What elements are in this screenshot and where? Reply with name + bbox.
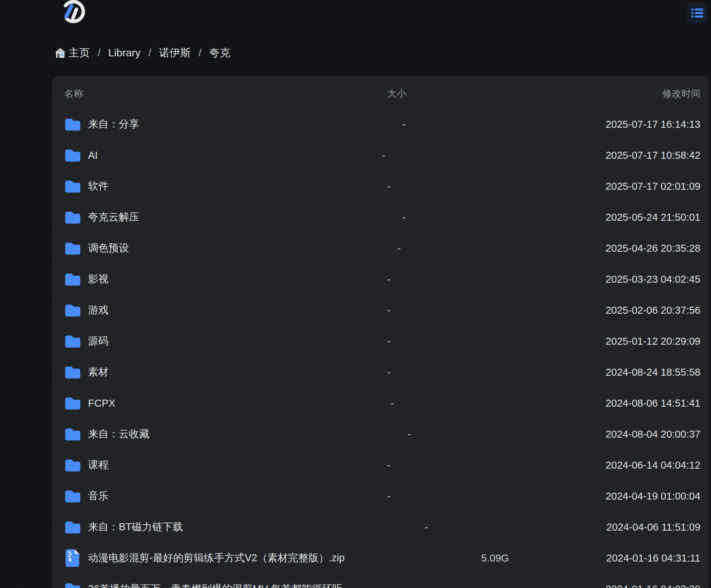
column-header-name[interactable]: 名称: [64, 87, 339, 100]
folder-icon: [64, 303, 80, 317]
breadcrumb: 主页 / Library / 诺伊斯 / 夸克: [55, 44, 230, 61]
file-name: 36首播放量百万，青春燃到爆的混剪MV 每首都能循环听: [88, 582, 342, 588]
column-header-size[interactable]: 大小: [339, 87, 406, 100]
file-size: -: [323, 336, 390, 347]
table-row[interactable]: 游戏 - 2025-02-06 20:37:56: [64, 295, 700, 326]
file-size: -: [344, 429, 411, 440]
table-row[interactable]: 来自：分享 - 2025-07-17 16:14:13: [64, 109, 700, 140]
file-size: -: [339, 212, 406, 223]
table-row[interactable]: 音乐 - 2024-04-19 01:00:04: [64, 481, 700, 512]
logo-mark-icon: [60, 0, 87, 25]
list-view-icon: [691, 8, 703, 18]
file-modified-time: 2024-04-06 11:51:09: [428, 521, 700, 533]
folder-icon: [64, 117, 80, 131]
file-name: 源码: [88, 334, 109, 348]
file-modified-time: 2025-05-24 21:50:01: [406, 212, 700, 223]
file-modified-time: 2024-06-14 04:04:12: [390, 459, 700, 471]
file-name: 游戏: [88, 303, 109, 317]
folder-icon: [64, 179, 80, 193]
file-size: -: [318, 150, 385, 161]
file-modified-time: 2024-01-16 04:31:11: [509, 552, 700, 564]
folder-icon: [64, 334, 80, 348]
file-modified-time: 2024-01-16 04:03:30: [507, 583, 700, 588]
breadcrumb-item-current: 夸克: [209, 46, 230, 60]
table-row[interactable]: AI - 2025-07-17 10:58:42: [64, 140, 700, 171]
breadcrumb-label: 夸克: [209, 46, 230, 60]
table-row[interactable]: 夸克云解压 - 2025-05-24 21:50:01: [64, 202, 700, 233]
table-row[interactable]: 36首播放量百万，青春燃到爆的混剪MV 每首都能循环听 - 2024-01-16…: [64, 574, 700, 588]
file-modified-time: 2024-08-06 14:51:41: [394, 398, 700, 409]
file-name: AI: [88, 150, 98, 161]
folder-icon: [64, 427, 80, 441]
file-name: 来自：云收藏: [88, 427, 149, 441]
file-name: 课程: [88, 458, 109, 472]
table-header: 名称 大小 修改时间: [64, 83, 700, 105]
table-row[interactable]: 调色预设 - 2025-04-26 20:35:28: [64, 233, 700, 264]
folder-icon: [64, 582, 80, 588]
folder-icon: [64, 396, 80, 410]
breadcrumb-item-library[interactable]: Library: [108, 47, 141, 59]
folder-icon: [64, 210, 80, 224]
file-modified-time: 2025-07-17 16:14:13: [406, 119, 700, 130]
file-modified-time: 2025-03-23 04:02:45: [390, 274, 700, 285]
file-table-panel: 名称 大小 修改时间 来自：分享 - 2025-: [52, 76, 709, 588]
column-header-modified[interactable]: 修改时间: [406, 87, 700, 100]
table-row[interactable]: 源码 - 2025-01-12 20:29:09: [64, 326, 700, 357]
file-name: FCPX: [88, 398, 115, 409]
file-size: 5.09G: [442, 552, 509, 564]
file-modified-time: 2025-07-17 02:01:09: [390, 181, 700, 192]
file-name: 软件: [88, 179, 109, 193]
file-size: -: [334, 243, 401, 254]
file-size: -: [323, 490, 390, 502]
file-name: 来自：分享: [88, 117, 139, 131]
file-size: -: [440, 583, 507, 588]
file-size: -: [323, 305, 390, 316]
file-modified-time: 2024-08-04 20:00:37: [411, 429, 700, 440]
folder-icon: [64, 365, 80, 379]
table-row[interactable]: 影视 - 2025-03-23 04:02:45: [64, 264, 700, 295]
file-modified-time: 2024-08-24 18:55:58: [390, 367, 700, 378]
file-modified-time: 2025-01-12 20:29:09: [390, 336, 700, 347]
table-row[interactable]: 课程 - 2024-06-14 04:04:12: [64, 450, 700, 481]
folder-icon: [64, 241, 80, 255]
file-list: 来自：分享 - 2025-07-17 16:14:13 AI: [64, 109, 700, 588]
zip-file-icon: [65, 549, 80, 567]
breadcrumb-separator: /: [98, 47, 100, 59]
breadcrumb-item-noyes[interactable]: 诺伊斯: [159, 46, 191, 60]
file-size: -: [323, 181, 390, 192]
file-modified-time: 2025-04-26 20:35:28: [401, 243, 700, 254]
folder-icon: [64, 458, 80, 472]
home-icon: [55, 47, 66, 58]
file-size: -: [361, 521, 428, 533]
folder-icon: [64, 148, 80, 162]
breadcrumb-label: 主页: [69, 46, 90, 60]
list-view-button[interactable]: [687, 3, 707, 23]
breadcrumb-item-home[interactable]: 主页: [55, 46, 90, 60]
file-modified-time: 2025-02-06 20:37:56: [390, 305, 700, 316]
file-modified-time: 2024-04-19 01:00:04: [390, 490, 700, 502]
breadcrumb-label: Library: [108, 47, 141, 59]
breadcrumb-label: 诺伊斯: [159, 46, 191, 60]
file-size: -: [323, 367, 390, 378]
file-size: -: [323, 274, 390, 285]
file-size: -: [327, 398, 394, 409]
folder-icon: [64, 489, 80, 503]
quark-drive-logo[interactable]: [60, 0, 87, 25]
table-row[interactable]: 来自：云收藏 - 2024-08-04 20:00:37: [64, 419, 700, 450]
table-row[interactable]: FCPX - 2024-08-06 14:51:41: [64, 388, 700, 419]
file-name: 来自：BT磁力链下载: [88, 520, 183, 534]
table-row[interactable]: 素材 - 2024-08-24 18:55:58: [64, 357, 700, 388]
file-name: 素材: [88, 365, 109, 379]
folder-icon: [64, 272, 80, 286]
file-size: -: [323, 459, 390, 471]
file-name: 音乐: [88, 489, 109, 503]
table-row[interactable]: 来自：BT磁力链下载 - 2024-04-06 11:51:09: [64, 512, 700, 543]
file-name: 调色预设: [88, 241, 129, 255]
table-row[interactable]: 动漫电影混剪-最好的剪辑练手方式V2（素材完整版）.zip 5.09G 2024…: [64, 543, 700, 574]
file-modified-time: 2025-07-17 10:58:42: [385, 150, 700, 161]
breadcrumb-separator: /: [198, 47, 201, 59]
file-name: 动漫电影混剪-最好的剪辑练手方式V2（素材完整版）.zip: [88, 551, 345, 565]
table-row[interactable]: 软件 - 2025-07-17 02:01:09: [64, 171, 700, 202]
file-name: 夸克云解压: [88, 210, 139, 224]
file-size: -: [339, 119, 406, 130]
